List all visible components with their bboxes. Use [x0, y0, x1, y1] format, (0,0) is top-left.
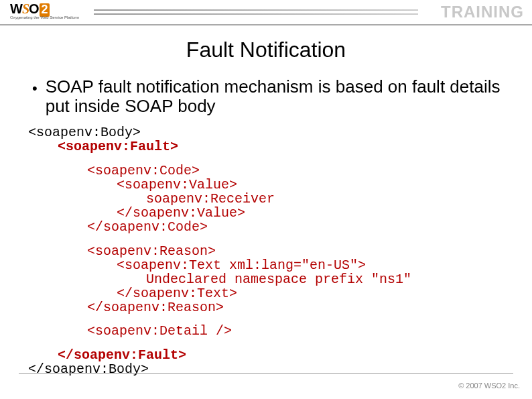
- code-line: <soapenv:Detail />: [28, 324, 507, 338]
- header-rule-lines: [94, 9, 418, 16]
- code-line: <soapenv:Text xml:lang="en-US">: [28, 258, 507, 272]
- code-line: <soapenv:Body>: [28, 125, 507, 139]
- logo-letter-w: W: [10, 1, 22, 16]
- bullet-text: SOAP fault notification mechanism is bas…: [46, 77, 507, 116]
- slide-content: • SOAP fault notification mechanism is b…: [0, 62, 532, 376]
- footer-divider: [19, 373, 513, 374]
- slide-title: Fault Notification: [0, 38, 532, 62]
- code-line: <soapenv:Fault>: [28, 139, 507, 154]
- logo-digit-2: 2: [40, 3, 50, 17]
- code-block: <soapenv:Body> <soapenv:Fault> <soapenv:…: [28, 125, 507, 376]
- code-line: soapenv:Receiver: [28, 192, 507, 206]
- bullet-dot-icon: •: [32, 81, 38, 96]
- bullet-item: • SOAP fault notification mechanism is b…: [32, 77, 507, 116]
- training-label: TRAINING: [441, 3, 524, 21]
- code-line: </soapenv:Fault>: [28, 348, 507, 362]
- logo-letter-o: O: [29, 1, 39, 16]
- code-line: </soapenv:Code>: [28, 220, 507, 234]
- code-line: <soapenv:Value>: [28, 178, 507, 192]
- code-line: </soapenv:Text>: [28, 286, 507, 300]
- code-line: </soapenv:Value>: [28, 206, 507, 220]
- code-line: </soapenv:Reason>: [28, 300, 507, 315]
- logo-tagline: Oxygenating the Web Service Platform: [10, 15, 79, 19]
- code-line: </soapenv:Body>: [28, 362, 507, 376]
- slide-header: WSO2 Oxygenating the Web Service Platfor…: [0, 0, 532, 25]
- code-line: Undeclared namespace prefix "ns1": [28, 272, 507, 286]
- code-line: <soapenv:Reason>: [28, 244, 507, 258]
- copyright-text: © 2007 WSO2 Inc.: [458, 382, 520, 390]
- code-line: <soapenv:Code>: [28, 164, 507, 178]
- wso2-logo: WSO2 Oxygenating the Web Service Platfor…: [10, 1, 79, 19]
- logo-letter-s: S: [22, 1, 29, 16]
